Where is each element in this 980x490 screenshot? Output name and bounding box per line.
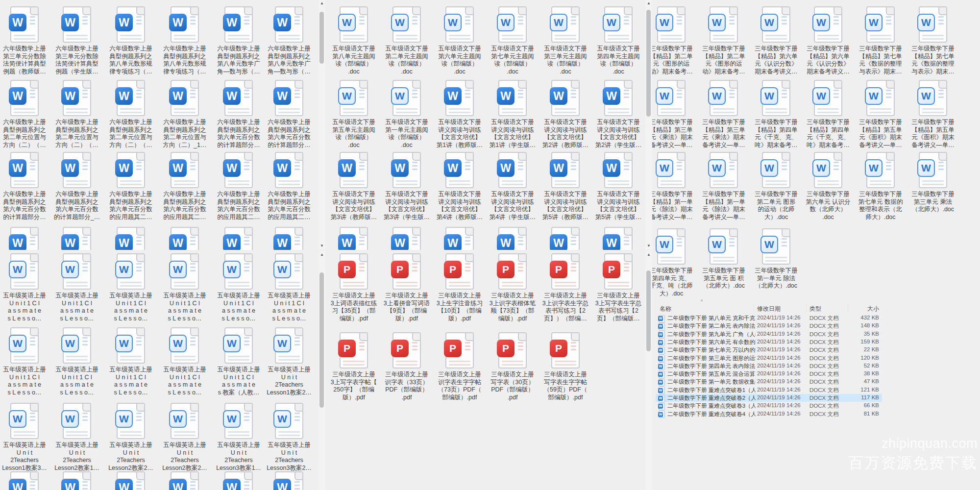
file-item[interactable]: W五年级语文下册 讲义阅读与训练 【文言文培优】 第2讲（学生版… — [594, 80, 643, 149]
scroll-down-icon[interactable]: ▼ — [318, 243, 325, 249]
file-item[interactable]: W五年级语文下册 讲义阅读与训练 【文言文培优】 第3讲（教师版… — [329, 152, 378, 221]
file-item-partial[interactable]: W — [52, 227, 101, 250]
file-item[interactable]: W三年级数学下册 【精品】第二单 元《图形的运 动》期末备考… — [647, 6, 696, 75]
column-header-name[interactable]: 名称 — [660, 305, 671, 313]
scroll-up-icon[interactable]: ▲ — [645, 252, 652, 258]
file-item[interactable]: P三年级语文上册 3上写字表生字总 表书写练习【2 页】（部编版… — [594, 253, 643, 322]
file-item[interactable]: W三年级数学下册 【精品】第四单 元《千克、克、 吨》期末备考… — [804, 80, 853, 149]
file-item-partial[interactable]: W — [106, 227, 155, 250]
file-item[interactable]: W五年级语文下册 第六单元主题阅 读（部编版） .doc — [435, 6, 484, 75]
table-row[interactable]: W二年级数学下册 第九单元 广角（人教版…2024/11/19 14:26DOC… — [656, 330, 882, 338]
file-item[interactable]: W六年级数学上册 第三单元分数除 法简便计算典型 例题（学生版… — [52, 6, 101, 75]
file-item[interactable]: W五年级英语上册 U n i t 1 C l a s s m a t e s L… — [160, 327, 209, 396]
file-item[interactable]: W六年级数学上册 典型例题系列之 第六单元百分数 的计算题部分… — [265, 80, 314, 149]
scroll-up-icon[interactable]: ▲ — [318, 252, 325, 258]
file-item[interactable]: W三年级数学下册 【精品】第五单 元《面积》期末 备考讲义—单… — [856, 80, 905, 149]
table-row[interactable]: W二年级数学下册 第二单元 表内除法（人…2024/11/19 14:26DOC… — [656, 322, 882, 330]
file-item[interactable]: W五年级英语上册 U n i t 2Teachers Lesson1教案3… — [0, 403, 49, 472]
file-item[interactable]: W三年级数学下册 【精品】第一单 元《除法》期末 备考讲义—单… — [647, 152, 696, 221]
file-item[interactable]: W五年级英语上册 U n i t 2Teachers Lesson2教案2… — [106, 403, 155, 472]
file-item[interactable]: W三年级数学下册 第二单元 图形 的运动（北师 大）.doc — [752, 152, 801, 221]
file-item[interactable]: W五年级英语上册 U n i t 2Teachers Lesson1教案2… — [265, 327, 314, 396]
file-item[interactable]: P三年级语文上册 写字表（30页） PDF（部编版） .pdf — [488, 332, 537, 401]
file-item[interactable]: W六年级数学上册 典型例题系列之 第八单元数学广 角—数与形（… — [214, 6, 263, 75]
column-header-date[interactable]: 修改日期 — [757, 305, 781, 313]
file-item-partial[interactable]: W — [52, 471, 101, 490]
file-item-partial[interactable]: W — [329, 227, 378, 250]
file-item[interactable]: W六年级数学上册 典型例题系列之 第六单元百分数 的应用题其二… — [160, 152, 209, 221]
file-item-partial[interactable]: W — [214, 227, 263, 250]
scrollbar-thumb[interactable] — [319, 12, 324, 64]
file-item[interactable]: W五年级英语上册 U n i t 1 C l a s s m a t e s L… — [265, 253, 314, 322]
file-item[interactable]: W五年级英语上册 U n i t 1 C l a s s m a t e s L… — [52, 253, 101, 322]
file-item[interactable]: W五年级语文下册 第五单元主题阅 读（部编版） .doc — [329, 80, 378, 149]
file-item[interactable]: W三年级数学下册 第五单元 面 积 （北师大）.doc — [699, 228, 748, 290]
file-item-partial[interactable]: W — [435, 227, 484, 250]
file-item[interactable]: P三年级语文上册 3上词语表描红练 习【35页】（部 编版）.pdf — [329, 253, 378, 322]
file-item-partial[interactable]: W — [160, 471, 209, 490]
file-item[interactable]: P三年级语文上册 写字表生字字帖 （59页）PDF（ 部编版）.pdf — [541, 332, 590, 401]
file-item[interactable]: W五年级英语上册 U n i t 1 C l a s s m a t e s L… — [106, 327, 155, 396]
file-item[interactable]: W三年级数学下册 第六单元 认识分 数（北师大） .doc — [804, 152, 853, 221]
column-header-type[interactable]: 类型 — [809, 305, 821, 313]
scroll-down-icon[interactable]: ▼ — [645, 243, 652, 249]
column-header-size[interactable]: 大小 — [851, 305, 879, 313]
file-item[interactable]: W五年级英语上册 U n i t 1 C l a s s m a t e s L… — [0, 327, 49, 396]
file-item[interactable]: W五年级语文下册 讲义阅读与训练 【文言文培优】 第3讲（学生版… — [382, 152, 431, 221]
file-item-partial[interactable]: W — [382, 227, 431, 250]
file-item[interactable]: W三年级数学下册 【精品】第六单 元《认识分数》 期末备考讲义… — [804, 6, 853, 75]
file-item[interactable]: W六年级数学上册 典型例题系列之 第六单元百分数 的应用题其二… — [265, 152, 314, 221]
file-item[interactable]: W五年级语文下册 第七单元主题阅 读（部编版） .doc — [488, 6, 537, 75]
file-item[interactable]: W三年级数学下册 【精品】第四单 元《千克、克、 吨》期末备考… — [752, 80, 801, 149]
table-row[interactable]: W二年级数学下册 重难点突破卷2（人教…2024/11/19 14:26DOCX… — [656, 394, 882, 402]
table-row[interactable]: W二年级数学下册 重难点突破卷3（人教…2024/11/19 14:26DOCX… — [656, 402, 882, 410]
file-item[interactable]: P三年级语文上册 3上识字表楷体笔 顺【73页】（部 编版）.pdf — [488, 253, 537, 322]
table-row[interactable]: W二年级数学下册 第四单元 表内除法（二…2024/11/19 14:26DOC… — [656, 362, 882, 370]
file-item[interactable]: W五年级语文下册 第三单元主题阅 读（部编版） .doc — [541, 6, 590, 75]
file-item[interactable]: W六年级数学上册 典型例题系列之 第八单元数学广 角—数与形（… — [265, 6, 314, 75]
scroll-up-icon[interactable]: ▲ — [645, 0, 652, 6]
file-item-partial[interactable]: W — [265, 227, 314, 250]
file-item[interactable]: W三年级数学下册 【精品】第六单 元《认识分数》 期末备考讲义… — [752, 6, 801, 75]
file-item[interactable]: W五年级英语上册 U n i t 1 C l a s s m a t e s L… — [52, 327, 101, 396]
file-item[interactable]: W五年级语文下册 第一单元主题阅 读（部编版） .doc — [382, 80, 431, 149]
file-item[interactable]: W三年级数学下册 【精品】第一单 元《除法》期末 备考讲义—单… — [699, 152, 748, 221]
file-item[interactable]: W六年级数学上册 典型例题系列之 第六单元百分数 的计算题部分… — [214, 80, 263, 149]
file-item[interactable]: P三年级语文上册 3上识字表生字总 表书写练习【2 页】）（部编… — [541, 253, 590, 322]
file-item[interactable]: W三年级数学下册 第四单元 克、 千克、吨（北师 大）.doc — [647, 228, 696, 297]
scrollbar-thumb[interactable] — [319, 272, 324, 408]
file-item[interactable]: W五年级语文下册 讲义阅读与训练 【文言文培优】 第1讲（教师版… — [435, 80, 484, 149]
file-item-partial[interactable]: W — [106, 471, 155, 490]
scrollbar-thumb[interactable] — [646, 270, 651, 351]
file-item[interactable]: W六年级数学上册 典型例题系列之 第六单元百分数 的应用题其二… — [106, 152, 155, 221]
file-item[interactable]: W三年级数学下册 【精品】第三单 元《乘法》期末 备考讲义—单… — [647, 80, 696, 149]
scroll-up-icon[interactable]: ▲ — [318, 0, 325, 6]
scrollbar[interactable]: ▲ ▼ — [318, 0, 325, 250]
file-item-partial[interactable]: W — [488, 227, 537, 250]
file-item[interactable]: W三年级数学下册 第三单元 乘法 （北师大）.doc — [908, 152, 957, 214]
file-item[interactable]: W五年级语文下册 讲义阅读与训练 【文言文培优】 第4讲（学生版… — [488, 152, 537, 221]
table-row[interactable]: W二年级数学下册 第六单元 有余数的除法…2024/11/19 14:26DOC… — [656, 338, 882, 346]
file-item[interactable]: W六年级数学上册 典型例题系列之 第八单元数形规 律专项练习（… — [160, 6, 209, 75]
scrollbar-thumb[interactable] — [646, 10, 651, 117]
file-item[interactable]: W五年级语文下册 第八单元主题阅 读（部编版） .doc — [329, 6, 378, 75]
file-item[interactable]: W六年级数学上册 典型例题系列之 第八单元数形规 律专项练习（… — [106, 6, 155, 75]
file-item-partial[interactable]: W — [0, 471, 49, 490]
file-item[interactable]: W六年级数学上册 典型例题系列之 第二单元位置与 方向（二）（… — [52, 80, 101, 149]
file-item-partial[interactable]: W — [594, 227, 643, 250]
file-item[interactable]: W五年级语文下册 讲义阅读与训练 【文言文培优】 第2讲（教师版… — [541, 80, 590, 149]
file-item[interactable]: P三年级语文上册 3上生字注音练习 【10页】（部编 版）.pdf — [435, 253, 484, 322]
file-item-partial[interactable]: W — [160, 227, 209, 250]
table-row[interactable]: W二年级数学下册 第七单元 万以内的数的…2024/11/19 14:26DOC… — [656, 346, 882, 354]
file-item[interactable]: W五年级英语上册 U n i t 1 C l a s s m a t e s L… — [160, 253, 209, 322]
file-item-partial[interactable]: W — [265, 471, 314, 490]
file-item[interactable]: W五年级英语上册 U n i t 2Teachers Lesson2教案1… — [52, 403, 101, 472]
file-item[interactable]: W三年级数学下册 第七单元 数据的 整理和表示（北 师大）.doc — [856, 152, 905, 221]
file-item[interactable]: W六年级数学上册 典型例题系列之 第六单元百分数 的应用题其二… — [214, 152, 263, 221]
table-row[interactable]: W二年级数学下册 第八单元 克和千克（人…2024/11/19 14:26DOC… — [656, 314, 882, 322]
file-item[interactable]: W六年级数学上册 典型例题系列之 第六单元百分数 的计算题部分_… — [52, 152, 101, 221]
file-item[interactable]: W五年级英语上册 U n i t 1 C l a s s m a t e s L… — [106, 253, 155, 322]
file-item[interactable]: P三年级语文上册 识字表（33页） PDF（部编版） .pdf — [382, 332, 431, 401]
file-item[interactable]: W五年级英语上册 U n i t 2Teachers Lesson3教案1… — [214, 403, 263, 472]
file-item[interactable]: W三年级数学下册 第一单元 除法 （北师大）.doc — [752, 228, 801, 290]
